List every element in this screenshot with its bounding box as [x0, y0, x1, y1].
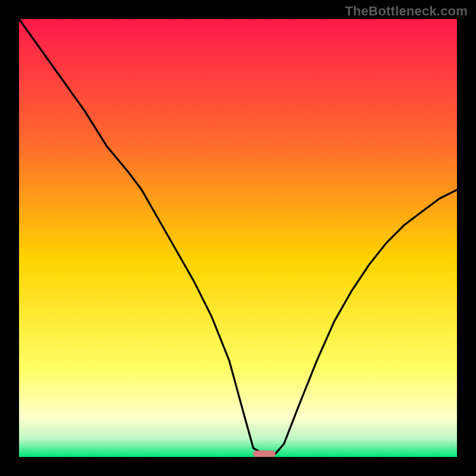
optimal-range-marker [253, 451, 275, 457]
watermark-text: TheBottleneck.com [345, 4, 468, 19]
bottleneck-chart [19, 19, 457, 457]
chart-frame: TheBottleneck.com [0, 0, 476, 476]
plot-area [19, 19, 457, 457]
